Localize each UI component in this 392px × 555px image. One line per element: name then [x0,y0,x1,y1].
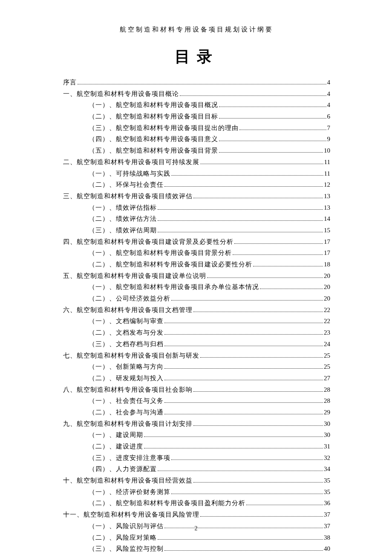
toc-entry-label: 序言 [63,79,77,86]
toc-entry[interactable]: 五、航空制造和材料专用设备项目建设单位说明20 [63,273,330,279]
toc-entry[interactable]: 四、航空制造和材料专用设备项目建设背景及必要性分析17 [63,239,330,245]
toc-entry-page: 4 [327,102,331,108]
toc-entry[interactable]: （一）、文档编制与审查22 [89,318,330,324]
toc-entry[interactable]: （一）、创新策略与方向25 [89,364,330,370]
toc-entry[interactable]: （五）、航空制造和材料专用设备项目背景10 [89,147,330,154]
toc-entry-page: 31 [324,443,330,450]
toc-entry-page: 34 [324,466,330,472]
toc-entry[interactable]: （二）、研发规划与投入27 [89,375,330,382]
toc-leader-dots [193,482,323,483]
toc-entry-label: （二）、研发规划与投入 [89,375,164,382]
toc-leader-dots [200,357,323,358]
toc-entry[interactable]: （一）、可持续战略与实践11 [89,171,330,177]
toc-leader-dots [234,243,323,244]
toc-entry[interactable]: 六、航空制造和材料专用设备项目文档管理22 [63,307,330,313]
toc-entry-label: （二）、航空制造和材料专用设备项目建设必要性分析 [89,261,252,268]
toc-entry[interactable]: （一）、社会责任与义务28 [89,398,330,404]
toc-entry[interactable]: （四）、人力资源配置34 [89,466,330,472]
toc-leader-dots [158,232,323,232]
toc-entry[interactable]: （二）、风险应对策略38 [89,535,330,541]
toc-entry[interactable]: （二）、绩效评估方法14 [89,216,330,222]
toc-entry-label: （一）、航空制造和材料专用设备项目概况 [89,102,218,108]
toc-entry-page: 28 [324,398,330,404]
toc-leader-dots [193,198,323,198]
toc-leader-dots [164,186,323,187]
toc-entry[interactable]: 二、航空制造和材料专用设备项目可持续发展11 [63,159,330,165]
toc-entry-page: 36 [324,500,330,506]
toc-entry-page: 35 [324,489,330,495]
toc-entry[interactable]: （二）、文档发布与分发23 [89,330,330,336]
toc-entry-page: 14 [324,216,330,222]
toc-leader-dots [171,460,323,460]
toc-entry-label: 二、航空制造和材料专用设备项目可持续发展 [63,159,199,165]
toc-entry[interactable]: （三）、风险监控与控制40 [89,546,330,552]
toc-entry[interactable]: （三）、进度安排注意事项32 [89,455,330,461]
toc-entry-page: 28 [324,387,330,393]
toc-entry-page: 6 [327,113,331,120]
toc-entry[interactable]: （一）、经济评价财务测算35 [89,489,330,495]
toc-entry[interactable]: （一）、建设周期30 [89,432,330,438]
toc-entry-label: （四）、航空制造和材料专用设备项目意义 [89,136,218,142]
toc-leader-dots [164,346,323,346]
toc-leader-dots [219,107,326,107]
toc-entry[interactable]: （一）、航空制造和材料专用设备项目概况4 [89,102,330,108]
toc-leader-dots [158,209,323,210]
toc-entry[interactable]: （四）、航空制造和材料专用设备项目意义9 [89,136,330,142]
toc-entry-label: （三）、绩效评估周期 [89,227,157,234]
toc-entry[interactable]: 八、航空制造和材料专用设备项目社会影响28 [63,387,330,393]
toc-entry-page: 9 [327,136,331,142]
toc-entry-label: （一）、建设周期 [89,432,143,438]
toc-entry-label: 三、航空制造和材料专用设备项目绩效评估 [63,193,193,199]
toc-leader-dots [193,425,323,426]
toc-entry[interactable]: 一、航空制造和材料专用设备项目概论4 [63,91,330,97]
toc-entry-page: 22 [324,318,330,324]
toc-entry[interactable]: （二）、航空制造和材料专用设备项目目标6 [89,113,330,120]
toc-entry-label: （二）、航空制造和材料专用设备项目目标 [89,113,218,120]
toc-entry[interactable]: 序言4 [63,79,330,86]
toc-entry-label: （一）、航空制造和材料专用设备项目背景分析 [89,250,232,256]
toc-entry-page: 18 [324,261,330,268]
toc-entry-label: （四）、人力资源配置 [89,466,157,472]
toc-entry-page: 20 [324,295,330,302]
toc-entry-page: 27 [324,375,330,382]
toc-entry-label: （二）、公司经济效益分析 [89,295,170,302]
toc-leader-dots [164,402,323,403]
toc-entry[interactable]: （一）、航空制造和材料专用设备项目背景分析17 [89,250,330,256]
toc-entry-label: （二）、绩效评估方法 [89,216,157,222]
toc-entry-page: 11 [324,171,330,177]
toc-entry-page: 25 [324,353,330,359]
toc-entry[interactable]: 十、航空制造和材料专用设备项目经营效益35 [63,477,330,484]
toc-entry[interactable]: 九、航空制造和材料专用设备项目计划安排30 [63,421,330,427]
toc-entry-label: （一）、可持续战略与实践 [89,171,170,177]
toc-entry[interactable]: （三）、绩效评估周期15 [89,227,330,234]
toc-entry-page: 20 [324,284,330,290]
toc-entry-label: （二）、航空制造和材料专用设备项目盈利能力分析 [89,500,245,506]
toc-entry[interactable]: （二）、建设进度31 [89,443,330,450]
toc-entry[interactable]: 三、航空制造和材料专用设备项目绩效评估13 [63,193,330,199]
toc-entry[interactable]: （二）、航空制造和材料专用设备项目盈利能力分析36 [89,500,330,506]
toc-entry[interactable]: （一）、绩效评估指标13 [89,205,330,211]
toc-leader-dots [164,323,323,323]
toc-entry[interactable]: （二）、航空制造和材料专用设备项目建设必要性分析18 [89,261,330,268]
toc-leader-dots [219,141,326,141]
toc-leader-dots [193,312,323,312]
toc-entry-page: 15 [324,227,330,234]
toc-leader-dots [219,152,323,153]
toc-leader-dots [144,436,323,437]
toc-entry-page: 22 [324,307,330,313]
toc-entry[interactable]: （三）、文档存档与归档24 [89,341,330,347]
toc-entry[interactable]: 十一、航空制造和材料专用设备项目风险管理37 [63,512,330,518]
toc-entry-label: 一、航空制造和材料专用设备项目概论 [63,91,179,97]
toc-entry[interactable]: （二）、社会参与与沟通29 [89,409,330,416]
toc-entry[interactable]: （二）、公司经济效益分析20 [89,295,330,302]
toc-entry[interactable]: （三）、航空制造和材料专用设备项目提出的理由7 [89,125,330,131]
toc-entry[interactable]: （二）、环保与社会责任12 [89,182,330,188]
toc-entry-page: 11 [324,159,330,165]
toc-entry[interactable]: 七、航空制造和材料专用设备项目创新与研发25 [63,353,330,359]
document-page: 航空制造和材料专用设备项目规划设计纲要 目录 序言4一、航空制造和材料专用设备项… [0,0,392,555]
toc-entry-label: （五）、航空制造和材料专用设备项目背景 [89,147,218,154]
toc-entry-label: （三）、风险监控与控制 [89,546,164,552]
toc-leader-dots [144,448,323,448]
toc-entry-page: 13 [324,193,330,199]
toc-entry[interactable]: （一）、航空制造和材料专用设备项目承办单位基本情况20 [89,284,330,290]
